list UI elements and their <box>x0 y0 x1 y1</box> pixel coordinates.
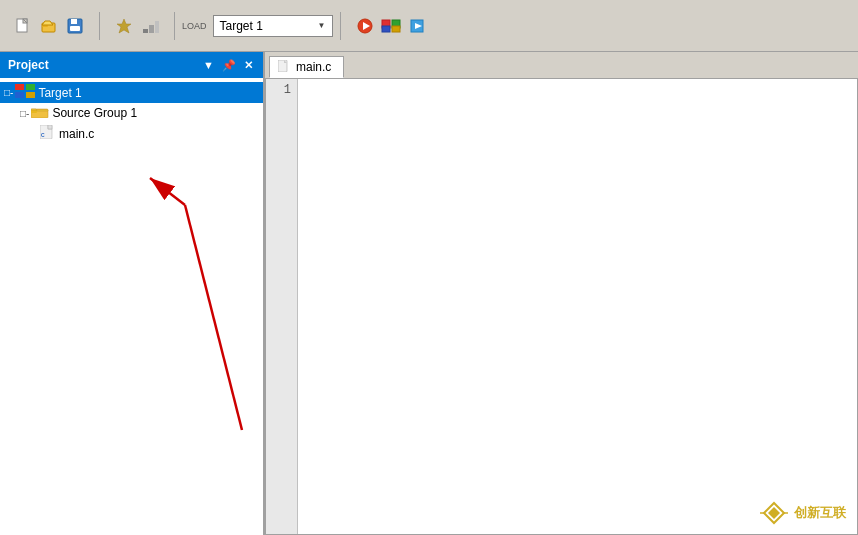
tab-file-icon <box>278 60 290 75</box>
dropdown-arrow-icon: ▼ <box>318 21 326 30</box>
code-content[interactable] <box>298 79 857 534</box>
svg-rect-7 <box>71 19 77 24</box>
svg-text:C: C <box>41 132 45 138</box>
tree-item-sourcegroup1[interactable]: □- Source Group 1 <box>0 103 263 123</box>
tree-item-mainc[interactable]: C main.c <box>0 123 263 144</box>
svg-rect-18 <box>392 26 400 32</box>
target-selector: Target 1 ▼ <box>213 15 333 37</box>
line-number-1: 1 <box>272 83 291 97</box>
svg-rect-24 <box>26 92 35 98</box>
svg-rect-23 <box>15 92 24 98</box>
build-button[interactable] <box>138 14 162 38</box>
svg-rect-12 <box>155 21 159 33</box>
c-file-icon: C <box>40 125 59 142</box>
panel-dropdown-btn[interactable]: ▼ <box>201 59 216 71</box>
editor-area[interactable]: 1 <box>265 78 858 535</box>
toolbar: LOAD Target 1 ▼ <box>0 0 858 52</box>
folder-icon <box>31 105 52 121</box>
svg-rect-30 <box>48 125 52 129</box>
watermark: 创新互联 <box>760 499 846 527</box>
svg-marker-38 <box>768 507 780 519</box>
svg-rect-11 <box>149 25 154 33</box>
target-dropdown[interactable]: Target 1 ▼ <box>213 15 333 37</box>
svg-rect-22 <box>26 84 35 90</box>
tab-bar: main.c <box>265 52 858 78</box>
svg-rect-10 <box>143 29 148 33</box>
toolbar-group-2 <box>107 11 167 41</box>
project-panel-title: Project <box>8 58 49 72</box>
sep2 <box>174 12 175 40</box>
run-button[interactable] <box>353 14 377 38</box>
new-button[interactable] <box>11 14 35 38</box>
svg-rect-26 <box>31 110 37 113</box>
panel-close-btn[interactable]: ✕ <box>242 59 255 72</box>
project-tree: □- Target 1 □- <box>0 78 263 535</box>
svg-rect-17 <box>382 26 390 32</box>
toolbar-group-file <box>6 11 92 41</box>
expand-target-icon: □- <box>4 87 13 98</box>
open-button[interactable] <box>37 14 61 38</box>
settings-button[interactable] <box>112 14 136 38</box>
load-label: LOAD <box>182 21 207 31</box>
tab-mainc[interactable]: main.c <box>269 56 344 78</box>
toolbar-group-run <box>348 11 434 41</box>
tab-mainc-label: main.c <box>296 60 331 74</box>
main-layout: Project ▼ 📌 ✕ □- Ta <box>0 52 858 535</box>
line-numbers: 1 <box>266 79 298 534</box>
save-button[interactable] <box>63 14 87 38</box>
tree-item-target1[interactable]: □- Target 1 <box>0 82 263 103</box>
sep3 <box>340 12 341 40</box>
mainc-label: main.c <box>59 127 94 141</box>
target1-label: Target 1 <box>38 86 81 100</box>
svg-rect-8 <box>70 26 80 31</box>
target-name: Target 1 <box>220 19 263 33</box>
load-button[interactable] <box>405 14 429 38</box>
target-icon <box>15 84 38 101</box>
panel-pin-btn[interactable]: 📌 <box>220 59 238 72</box>
sep1 <box>99 12 100 40</box>
watermark-text: 创新互联 <box>794 504 846 522</box>
sourcegroup1-label: Source Group 1 <box>52 106 137 120</box>
project-panel-header: Project ▼ 📌 ✕ <box>0 52 263 78</box>
svg-rect-21 <box>15 84 24 90</box>
project-panel: Project ▼ 📌 ✕ □- Ta <box>0 52 265 535</box>
svg-marker-5 <box>42 21 53 25</box>
svg-marker-9 <box>117 19 131 33</box>
expand-sourcegroup-icon: □- <box>20 108 29 119</box>
editor-panel: main.c 1 <box>265 52 858 535</box>
panel-header-controls: ▼ 📌 ✕ <box>201 59 255 72</box>
debug-button[interactable] <box>379 14 403 38</box>
